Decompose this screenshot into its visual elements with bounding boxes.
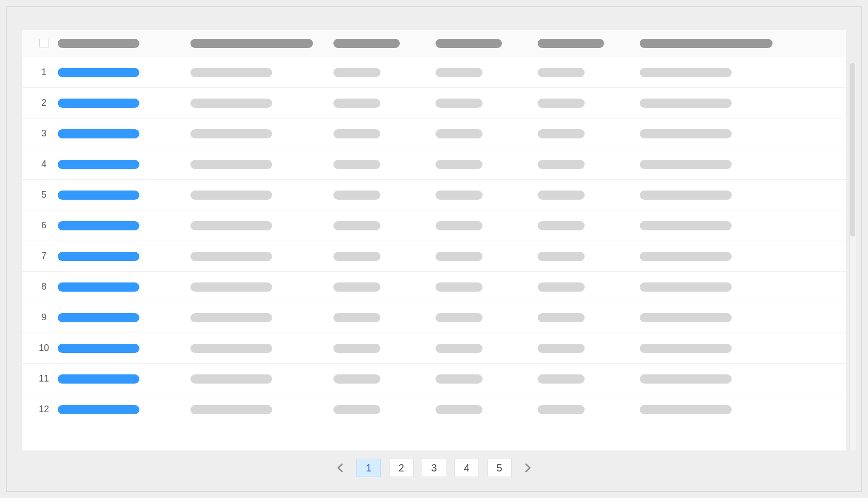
cell-skeleton-primary — [58, 252, 139, 261]
pagination-prev-button[interactable] — [333, 460, 348, 476]
cell-skeleton — [640, 313, 732, 322]
cell — [436, 68, 538, 77]
cell-skeleton — [436, 405, 483, 414]
table-row[interactable]: 1 — [22, 57, 846, 87]
pagination-page-button[interactable]: 4 — [454, 459, 479, 477]
cell-skeleton — [640, 129, 732, 138]
table-row[interactable]: 8 — [22, 271, 846, 302]
table-row[interactable]: 9 — [22, 302, 846, 333]
pagination-page-button[interactable]: 2 — [389, 459, 414, 477]
cell — [436, 129, 538, 138]
table-row[interactable]: 10 — [22, 333, 846, 363]
pagination-page-button[interactable]: 5 — [487, 459, 512, 477]
cell — [538, 191, 640, 200]
cell-skeleton-primary — [58, 374, 139, 384]
cell — [58, 99, 190, 108]
table-header-row — [22, 30, 846, 57]
cell-skeleton — [333, 374, 380, 384]
column-header[interactable] — [333, 39, 436, 48]
row-number: 8 — [30, 281, 58, 292]
table-row[interactable]: 12 — [22, 394, 846, 424]
column-header[interactable] — [436, 39, 538, 48]
row-number: 6 — [30, 220, 58, 231]
chevron-left-icon — [335, 462, 346, 473]
column-header[interactable] — [58, 39, 190, 48]
column-header[interactable] — [640, 39, 838, 48]
cell-skeleton-primary — [58, 344, 139, 353]
table-row[interactable]: 6 — [22, 210, 846, 241]
row-number: 3 — [30, 128, 58, 139]
cell — [333, 160, 436, 169]
cell-skeleton — [640, 282, 732, 292]
cell-skeleton — [538, 99, 585, 108]
cell — [640, 129, 838, 138]
chevron-right-icon — [522, 462, 533, 473]
cell-skeleton-primary — [58, 191, 139, 200]
cell — [190, 374, 333, 384]
scrollbar-thumb[interactable] — [850, 63, 855, 236]
cell-skeleton — [436, 313, 483, 322]
cell-skeleton — [436, 282, 483, 292]
cell-skeleton — [333, 68, 380, 77]
pagination-page-button[interactable]: 1 — [356, 459, 381, 477]
pagination-next-button[interactable] — [520, 460, 535, 476]
header-skeleton — [190, 39, 313, 48]
table-row[interactable]: 2 — [22, 87, 846, 118]
cell-skeleton — [190, 99, 272, 108]
column-header[interactable] — [538, 39, 640, 48]
cell — [58, 129, 190, 138]
row-number: 1 — [30, 67, 58, 78]
table-row[interactable]: 7 — [22, 241, 846, 271]
row-number: 7 — [30, 251, 58, 262]
cell-skeleton — [640, 374, 732, 384]
cell — [333, 374, 436, 384]
pagination-pages: 12345 — [356, 459, 512, 477]
header-skeleton — [333, 39, 400, 48]
table-row[interactable]: 5 — [22, 179, 846, 210]
header-skeleton — [640, 39, 773, 48]
cell-skeleton — [190, 191, 272, 200]
pagination-page-button[interactable]: 3 — [422, 459, 446, 477]
cell-skeleton — [333, 99, 380, 108]
app-frame: 123456789101112 12345 — [6, 6, 862, 492]
cell-skeleton — [333, 221, 380, 230]
column-header[interactable] — [190, 39, 333, 48]
cell — [538, 252, 640, 261]
cell-skeleton — [538, 313, 585, 322]
cell-skeleton — [436, 160, 483, 169]
cell-skeleton — [190, 221, 272, 230]
table-row[interactable]: 4 — [22, 149, 846, 179]
cell — [58, 191, 190, 200]
cell-skeleton-primary — [58, 99, 139, 108]
select-all-checkbox[interactable] — [39, 39, 49, 48]
table-row[interactable]: 3 — [22, 118, 846, 149]
cell-skeleton — [436, 344, 483, 353]
row-number: 5 — [30, 189, 58, 200]
cell-skeleton — [538, 344, 585, 353]
cell — [58, 405, 190, 414]
cell — [640, 68, 838, 77]
cell — [58, 374, 190, 384]
cell-skeleton — [436, 68, 483, 77]
cell-skeleton — [333, 282, 380, 292]
cell — [538, 344, 640, 353]
cell-skeleton — [538, 405, 585, 414]
cell — [538, 282, 640, 292]
cell — [436, 252, 538, 261]
cell-skeleton — [538, 129, 585, 138]
table-row[interactable]: 11 — [22, 363, 846, 394]
cell — [190, 282, 333, 292]
cell — [436, 374, 538, 384]
cell-skeleton — [538, 221, 585, 230]
cell — [640, 405, 838, 414]
row-number: 10 — [30, 343, 58, 353]
cell — [538, 68, 640, 77]
cell — [436, 344, 538, 353]
cell — [333, 221, 436, 230]
cell — [436, 160, 538, 169]
cell — [190, 405, 333, 414]
header-checkbox-cell — [30, 39, 58, 48]
cell-skeleton — [190, 252, 272, 261]
cell-skeleton — [333, 129, 380, 138]
cell-skeleton — [640, 160, 732, 169]
